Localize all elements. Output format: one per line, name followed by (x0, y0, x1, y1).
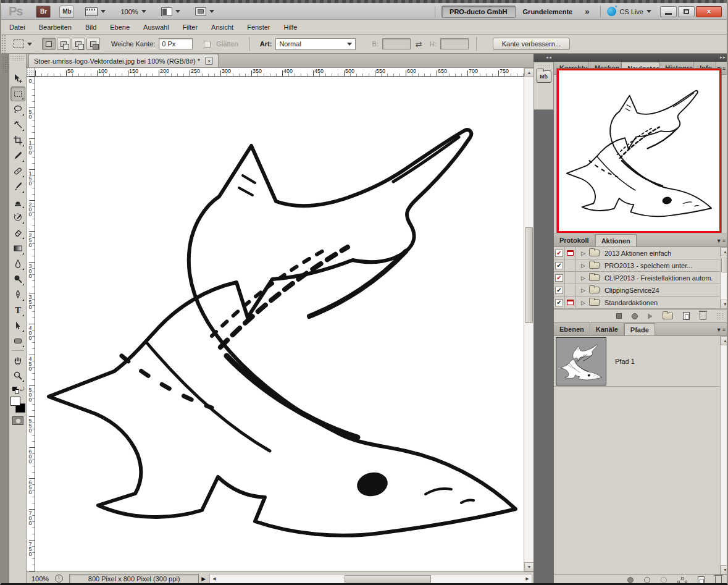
menu-bearbeiten[interactable]: Bearbeiten (32, 21, 78, 33)
tool-rectangular-marquee[interactable] (10, 86, 25, 101)
expander-icon[interactable]: ▷ (581, 300, 585, 306)
screen-mode-dropdown[interactable] (193, 6, 217, 17)
launch-minibridge-button[interactable]: Mb (59, 6, 74, 18)
tool-dodge[interactable] (10, 272, 25, 287)
tool-shape[interactable] (10, 334, 25, 348)
menu-filter[interactable]: Filter (176, 21, 204, 33)
tool-preset-picker[interactable] (10, 38, 36, 49)
path-thumbnail[interactable] (556, 337, 606, 385)
action-set-row[interactable]: ✔ ▷ CLIP2013 - Freistellaktionen autom. (554, 272, 728, 284)
scroll-right-icon[interactable]: ▶ (523, 574, 532, 583)
scroll-up-icon[interactable]: ▲ (721, 247, 728, 256)
action-include-toggle[interactable]: ✔ (554, 272, 565, 284)
expander-icon[interactable]: ▷ (581, 263, 585, 269)
stop-playing-button[interactable] (616, 313, 622, 319)
stroke-path-button[interactable] (644, 577, 650, 583)
close-document-icon[interactable]: × (205, 57, 213, 65)
workspace-overflow-icon[interactable]: » (585, 7, 589, 16)
dock-grip[interactable] (2, 56, 8, 72)
swap-dimensions-icon[interactable]: ⇄ (416, 40, 422, 49)
restore-button[interactable] (678, 6, 695, 17)
tool-spot-healing[interactable] (10, 164, 25, 179)
minibridge-panel-icon[interactable]: Mb (537, 70, 551, 83)
menu-bild[interactable]: Bild (78, 21, 103, 33)
canvas[interactable] (35, 77, 524, 571)
scroll-left-icon[interactable]: ◀ (210, 574, 219, 583)
minibridge-panel-button[interactable]: Mb (533, 62, 554, 110)
minimize-button[interactable] (660, 6, 677, 17)
menu-ansicht[interactable]: Ansicht (204, 21, 240, 33)
tool-hand[interactable] (10, 353, 25, 368)
tool-type[interactable]: T (10, 303, 25, 318)
selection-mode-subtract-button[interactable] (72, 38, 85, 50)
tool-clone-stamp[interactable] (10, 195, 25, 209)
close-button[interactable]: × (696, 6, 722, 17)
style-select[interactable]: Normal (275, 38, 356, 50)
zoom-level-dropdown[interactable]: 100% (118, 7, 148, 17)
dock-header[interactable]: ►► (554, 54, 728, 62)
panel-resize-grip[interactable] (716, 313, 723, 319)
tool-move[interactable] (10, 71, 25, 86)
action-include-toggle[interactable]: ✔ (554, 259, 565, 272)
action-include-toggle[interactable]: ✔ (554, 284, 565, 297)
tool-eraser[interactable] (10, 225, 25, 240)
tool-pen[interactable] (10, 287, 25, 302)
tool-brush[interactable] (10, 179, 25, 194)
new-action-button[interactable] (683, 312, 690, 320)
panel-menu-icon[interactable]: ▼≡ (716, 327, 726, 333)
action-set-row[interactable]: ✔ ▷ PRO2013 - speichern unter... (554, 259, 728, 272)
default-colors-icon[interactable]: ⤾ (11, 387, 25, 394)
actions-scroll-thumb[interactable] (721, 258, 728, 272)
scroll-up-icon[interactable]: ▲ (524, 68, 534, 77)
expander-icon[interactable]: ▷ (581, 287, 585, 293)
tool-quick-selection[interactable] (10, 117, 25, 132)
vertical-scroll-thumb[interactable] (525, 227, 533, 323)
horizontal-scrollbar[interactable]: ◀ ▶ (209, 574, 532, 584)
options-grip[interactable] (1, 35, 6, 53)
paths-scrollbar[interactable]: ▲ ▼ (720, 336, 728, 574)
workspace-button[interactable]: Grundelemente (516, 6, 580, 17)
scroll-up-icon[interactable]: ▲ (721, 336, 728, 345)
arrange-documents-dropdown[interactable] (159, 6, 183, 17)
color-swatches[interactable] (10, 397, 25, 413)
action-include-toggle[interactable]: ✔ (554, 247, 565, 259)
tab-protokoll[interactable]: Protokoll (554, 234, 595, 246)
action-dialog-toggle[interactable] (565, 284, 576, 297)
view-extras-dropdown[interactable] (83, 6, 108, 17)
make-work-path-button[interactable] (677, 576, 687, 584)
menu-hilfe[interactable]: Hilfe (277, 21, 304, 33)
tab-kanaele[interactable]: Kanäle (590, 323, 624, 335)
foreground-color-swatch[interactable] (10, 397, 20, 406)
tool-eyedropper[interactable] (10, 148, 25, 163)
selection-mode-intersect-button[interactable] (86, 38, 100, 50)
expander-icon[interactable]: ▷ (581, 275, 585, 281)
width-input[interactable] (382, 38, 411, 49)
menu-fenster[interactable]: Fenster (240, 21, 277, 33)
action-include-toggle[interactable]: ✔ (554, 297, 565, 309)
action-set-row[interactable]: ✔ ▷ Standardaktionen (554, 297, 728, 309)
fill-path-button[interactable] (627, 577, 634, 583)
panel-menu-icon[interactable]: ▼≡ (716, 238, 726, 244)
action-dialog-toggle[interactable] (565, 247, 576, 259)
tab-pfade[interactable]: Pfade (624, 323, 655, 335)
ruler-origin-corner[interactable] (27, 68, 35, 77)
scroll-down-icon[interactable]: ▼ (524, 562, 534, 571)
scroll-down-icon[interactable]: ▼ (721, 300, 728, 309)
feather-input[interactable]: 0 Px (159, 38, 193, 49)
navigator-proxy-view[interactable] (557, 69, 721, 233)
new-action-set-button[interactable] (663, 313, 673, 319)
tool-path-selection[interactable] (10, 318, 25, 333)
height-input[interactable] (440, 38, 469, 49)
begin-recording-button[interactable] (632, 313, 638, 319)
menu-ebene[interactable]: Ebene (103, 21, 136, 33)
launch-bridge-button[interactable]: Br (36, 6, 51, 18)
status-zoom-field[interactable]: 100% (31, 575, 49, 583)
play-selection-button[interactable] (648, 313, 653, 319)
tool-zoom[interactable] (10, 368, 25, 383)
tool-crop[interactable] (10, 133, 25, 148)
delete-action-button[interactable] (700, 313, 706, 320)
quick-mask-button[interactable] (12, 416, 23, 425)
expander-icon[interactable]: ▷ (581, 250, 585, 256)
collapse-strip-header[interactable]: ◄◄ (533, 54, 554, 62)
horizontal-scroll-thumb[interactable] (345, 575, 431, 583)
